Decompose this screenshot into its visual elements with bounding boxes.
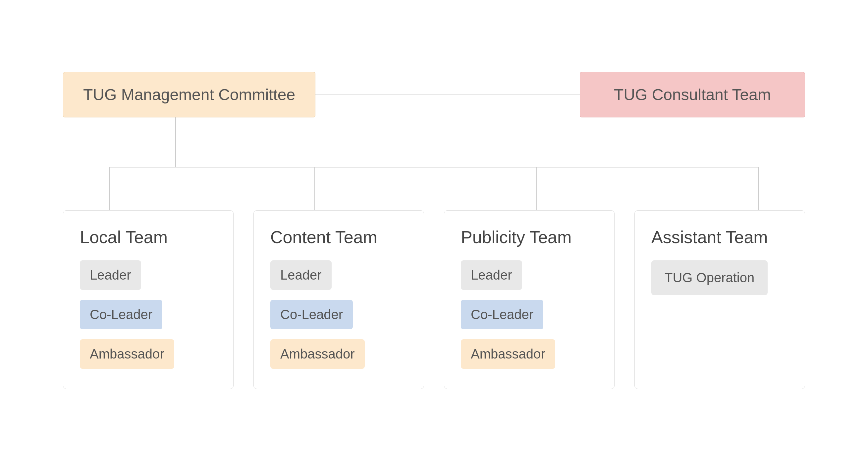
publicity-team-box: Publicity Team Leader Co-Leader Ambassad… [444, 210, 615, 389]
consultant-team-box: TUG Consultant Team [580, 72, 805, 117]
top-row: TUG Management Committee TUG Consultant … [63, 72, 805, 117]
connector-svg [63, 117, 805, 210]
publicity-team-title: Publicity Team [461, 227, 598, 247]
management-committee-box: TUG Management Committee [63, 72, 315, 117]
org-chart: TUG Management Committee TUG Consultant … [36, 52, 832, 409]
local-team-coleader-badge: Co-Leader [80, 300, 162, 329]
assistant-team-box: Assistant Team TUG Operation [634, 210, 805, 389]
content-team-box: Content Team Leader Co-Leader Ambassador [253, 210, 424, 389]
local-team-title: Local Team [80, 227, 217, 247]
content-team-leader-badge: Leader [270, 260, 332, 290]
assistant-team-title: Assistant Team [651, 227, 788, 247]
management-committee-label: TUG Management Committee [83, 86, 295, 104]
local-team-leader-badge: Leader [80, 260, 141, 290]
assistant-team-tugop-badge: TUG Operation [651, 260, 768, 295]
consultant-team-label: TUG Consultant Team [614, 86, 771, 104]
local-team-box: Local Team Leader Co-Leader Ambassador [63, 210, 234, 389]
content-team-title: Content Team [270, 227, 407, 247]
middle-connector-area [63, 117, 805, 210]
content-team-coleader-badge: Co-Leader [270, 300, 353, 329]
publicity-team-leader-badge: Leader [461, 260, 522, 290]
top-connector-line [315, 94, 580, 95]
publicity-team-coleader-badge: Co-Leader [461, 300, 543, 329]
local-team-ambassador-badge: Ambassador [80, 339, 174, 369]
publicity-team-ambassador-badge: Ambassador [461, 339, 555, 369]
teams-row: Local Team Leader Co-Leader Ambassador C… [63, 210, 805, 389]
content-team-ambassador-badge: Ambassador [270, 339, 365, 369]
top-boxes: TUG Management Committee TUG Consultant … [63, 72, 805, 117]
